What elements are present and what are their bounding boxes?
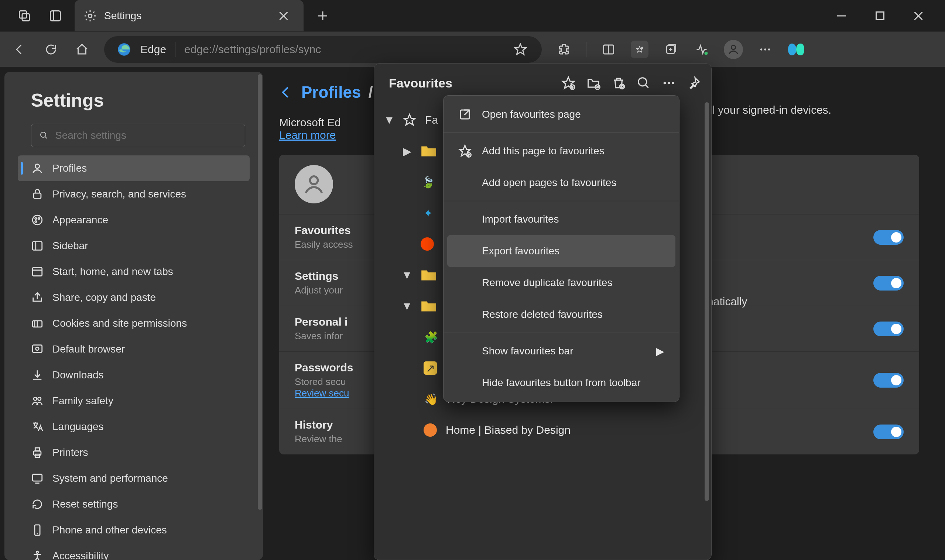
nav-label: Sidebar bbox=[52, 240, 88, 252]
nav-label: Privacy, search, and services bbox=[52, 188, 186, 200]
toggle[interactable] bbox=[873, 230, 903, 245]
ctx-label: Add this page to favourites bbox=[482, 145, 605, 157]
ctx-import-favourites[interactable]: Import favourites bbox=[443, 203, 679, 235]
row-title: Favourites bbox=[295, 224, 353, 237]
nav-languages[interactable]: Languages bbox=[18, 414, 249, 440]
ctx-remove-duplicates[interactable]: Remove duplicate favourites bbox=[443, 267, 679, 298]
favourites-more-icon[interactable] bbox=[662, 76, 676, 90]
favicon: 🍃 bbox=[421, 175, 436, 189]
nav-share-copy[interactable]: Share, copy and paste bbox=[18, 285, 249, 311]
svg-line-73 bbox=[465, 110, 470, 115]
toggle[interactable] bbox=[873, 322, 903, 336]
svg-rect-31 bbox=[34, 193, 41, 198]
favourite-page-icon[interactable] bbox=[511, 41, 529, 58]
close-window-button[interactable] bbox=[910, 7, 927, 25]
extensions-icon[interactable] bbox=[555, 41, 573, 58]
favourites-scrollbar[interactable] bbox=[705, 102, 709, 501]
home-button[interactable] bbox=[73, 41, 91, 58]
nav-accessibility[interactable]: Accessibility bbox=[18, 543, 249, 560]
nav-appearance[interactable]: Appearance bbox=[18, 207, 249, 233]
toggle[interactable] bbox=[873, 276, 903, 291]
ctx-label: Remove duplicate favourites bbox=[482, 277, 612, 289]
settings-search-input[interactable] bbox=[55, 129, 237, 142]
new-tab-button[interactable] bbox=[314, 7, 332, 25]
svg-point-46 bbox=[34, 397, 37, 400]
bookmark-biased[interactable]: Home | Biased by Design bbox=[374, 415, 711, 446]
browser-essentials-icon[interactable] bbox=[693, 41, 711, 58]
row-sub: Adjust your bbox=[295, 285, 343, 296]
address-bar[interactable]: Edge edge://settings/profiles/sync bbox=[104, 36, 542, 63]
split-screen-icon[interactable] bbox=[600, 41, 617, 58]
favicon bbox=[421, 237, 434, 251]
addr-product: Edge bbox=[140, 43, 166, 56]
svg-point-24 bbox=[731, 45, 735, 49]
pin-icon[interactable] bbox=[687, 76, 701, 90]
profile-avatar-button[interactable] bbox=[724, 40, 743, 59]
nav-label: Cookies and site permissions bbox=[52, 317, 187, 329]
nav-system[interactable]: System and performance bbox=[18, 466, 249, 491]
minimize-button[interactable] bbox=[833, 7, 851, 25]
nav-family[interactable]: Family safety bbox=[18, 388, 249, 414]
sidebar-scrollbar[interactable] bbox=[258, 74, 262, 510]
chevron-down-icon: ▼ bbox=[402, 300, 412, 312]
crumb-root[interactable]: Profiles bbox=[301, 83, 361, 102]
copilot-icon[interactable] bbox=[787, 41, 805, 58]
ctx-add-open-pages[interactable]: Add open pages to favourites bbox=[443, 167, 679, 198]
row-title: Personal i bbox=[295, 315, 348, 328]
nav-label: Family safety bbox=[52, 395, 113, 407]
nav-downloads[interactable]: Downloads bbox=[18, 362, 249, 388]
nav-label: System and performance bbox=[52, 472, 168, 484]
nav-profiles[interactable]: Profiles bbox=[18, 155, 249, 181]
refresh-button[interactable] bbox=[42, 41, 60, 58]
breadcrumb-back-button[interactable] bbox=[279, 85, 294, 100]
nav-start-home[interactable]: Start, home, and new tabs bbox=[18, 259, 249, 285]
folder-icon bbox=[421, 268, 437, 282]
ctx-open-favourites-page[interactable]: Open favourites page bbox=[443, 98, 679, 130]
toggle[interactable] bbox=[873, 425, 903, 439]
svg-point-35 bbox=[35, 221, 37, 222]
nav-reset[interactable]: Reset settings bbox=[18, 491, 249, 517]
add-folder-icon[interactable] bbox=[586, 76, 600, 90]
nav-printers[interactable]: Printers bbox=[18, 440, 249, 466]
crumb-slash: / bbox=[368, 83, 372, 102]
svg-point-32 bbox=[32, 215, 42, 225]
ctx-hide-favourites-button[interactable]: Hide favourites button from toolbar bbox=[443, 367, 679, 399]
review-link[interactable]: Review secu bbox=[295, 388, 349, 399]
toggle[interactable] bbox=[873, 373, 903, 388]
ctx-export-favourites[interactable]: Export favourites bbox=[447, 235, 676, 267]
search-favourites-icon[interactable] bbox=[637, 76, 651, 90]
vertical-tabs-icon[interactable] bbox=[46, 7, 64, 25]
close-tab-icon[interactable] bbox=[275, 7, 292, 25]
nav-cookies[interactable]: Cookies and site permissions bbox=[18, 311, 249, 336]
nav-phone[interactable]: Phone and other devices bbox=[18, 517, 249, 543]
more-menu-button[interactable] bbox=[756, 41, 774, 58]
ctx-label: Export favourites bbox=[482, 245, 559, 257]
learn-more-link[interactable]: Learn more bbox=[279, 129, 336, 141]
ctx-restore-deleted[interactable]: Restore deleted favourites bbox=[443, 298, 679, 331]
nav-privacy[interactable]: Privacy, search, and services bbox=[18, 181, 249, 207]
svg-point-4 bbox=[88, 14, 92, 18]
add-favourite-icon[interactable] bbox=[561, 76, 576, 90]
nav-sidebar[interactable]: Sidebar bbox=[18, 233, 249, 259]
collections-icon[interactable] bbox=[662, 41, 679, 58]
nav-label: Reset settings bbox=[52, 498, 118, 510]
nav-label: Phone and other devices bbox=[52, 524, 167, 536]
ctx-label: Show favourites bar bbox=[482, 345, 573, 357]
tab-actions-icon[interactable] bbox=[15, 7, 33, 25]
svg-point-68 bbox=[663, 82, 666, 84]
settings-search[interactable] bbox=[31, 124, 245, 147]
favicon: 👋 bbox=[423, 392, 438, 406]
svg-point-30 bbox=[35, 164, 39, 168]
ctx-add-this-page[interactable]: Add this page to favourites bbox=[443, 135, 679, 167]
chevron-right-icon: ▶ bbox=[656, 345, 664, 357]
nav-default-browser[interactable]: Default browser bbox=[18, 336, 249, 362]
ctx-show-favourites-bar[interactable]: Show favourites bar ▶ bbox=[443, 335, 679, 367]
browser-tab[interactable]: Settings bbox=[75, 0, 303, 31]
favourites-button[interactable] bbox=[631, 41, 648, 58]
delete-icon[interactable] bbox=[611, 76, 626, 90]
svg-point-27 bbox=[768, 48, 770, 50]
back-button[interactable] bbox=[11, 41, 29, 58]
favicon: 🧩 bbox=[423, 330, 438, 345]
maximize-button[interactable] bbox=[871, 7, 889, 25]
ctx-label: Hide favourites button from toolbar bbox=[482, 377, 641, 389]
